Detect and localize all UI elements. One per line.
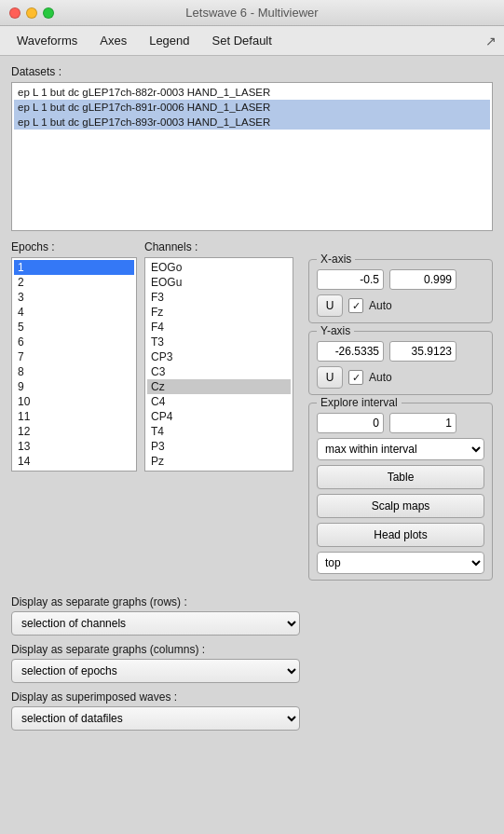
epoch-item-4[interactable]: 5 bbox=[14, 320, 134, 335]
yaxis-max-input[interactable] bbox=[389, 341, 456, 362]
display-columns-label: Display as separate graphs (columns) : bbox=[11, 643, 493, 656]
channel-item-4[interactable]: F4 bbox=[147, 320, 291, 335]
menu-legend[interactable]: Legend bbox=[140, 31, 198, 50]
position-select[interactable]: top bottom left right bbox=[317, 552, 484, 574]
epoch-item-2[interactable]: 3 bbox=[14, 290, 134, 305]
xaxis-inputs-row bbox=[317, 269, 484, 290]
xaxis-group: X-axis U ✓ Auto bbox=[308, 259, 493, 323]
channel-item-3[interactable]: Fz bbox=[147, 305, 291, 320]
datasets-label: Datasets : bbox=[11, 65, 493, 78]
epoch-item-8[interactable]: 9 bbox=[14, 379, 134, 394]
close-button[interactable] bbox=[9, 7, 20, 19]
channel-item-2[interactable]: F3 bbox=[147, 290, 291, 305]
xaxis-max-input[interactable] bbox=[389, 269, 456, 290]
datasets-section: Datasets : ep L 1 but dc gLEP17ch-882r-0… bbox=[11, 65, 493, 231]
dropdowns-section: Display as separate graphs (rows) : sele… bbox=[11, 595, 493, 731]
display-waves-select[interactable]: selection of datafiles selection of chan… bbox=[11, 706, 300, 731]
channel-item-6[interactable]: CP3 bbox=[147, 349, 291, 364]
explore-max-input[interactable] bbox=[389, 413, 456, 433]
yaxis-u-button[interactable]: U bbox=[317, 366, 343, 389]
yaxis-group-wrapper: Y-axis U ✓ Auto bbox=[308, 331, 493, 395]
head-plots-button[interactable]: Head plots bbox=[317, 523, 484, 547]
epoch-item-9[interactable]: 10 bbox=[14, 394, 134, 409]
maximize-button[interactable] bbox=[43, 7, 54, 19]
window-controls bbox=[9, 7, 54, 19]
dataset-item-2[interactable]: ep L 1 but dc gLEP17ch-893r-0003 HAND_1_… bbox=[14, 115, 490, 130]
channels-label: Channels : bbox=[144, 240, 293, 253]
menu-waveforms[interactable]: Waveforms bbox=[7, 31, 87, 50]
display-columns-select[interactable]: selection of epochs selection of channel… bbox=[11, 659, 300, 683]
yaxis-group: Y-axis U ✓ Auto bbox=[308, 331, 493, 395]
epoch-item-3[interactable]: 4 bbox=[14, 305, 134, 320]
menu-arrow: ↗ bbox=[485, 34, 497, 48]
right-panel: X-axis U ✓ Auto Y-axis bbox=[301, 240, 493, 586]
epochs-list[interactable]: 1 2 3 4 5 6 7 8 9 10 11 12 13 14 15 16 1… bbox=[11, 257, 137, 472]
yaxis-auto-row: U ✓ Auto bbox=[317, 366, 484, 389]
minimize-button[interactable] bbox=[26, 7, 37, 19]
channel-item-1[interactable]: EOGu bbox=[147, 275, 291, 290]
explore-interval-label: Explore interval bbox=[317, 396, 402, 409]
xaxis-u-button[interactable]: U bbox=[317, 294, 343, 317]
channel-item-11[interactable]: T4 bbox=[147, 424, 291, 439]
lists-row: Epochs : 1 2 3 4 5 6 7 8 9 10 11 12 13 1… bbox=[11, 240, 493, 586]
epochs-section: Epochs : 1 2 3 4 5 6 7 8 9 10 11 12 13 1… bbox=[11, 240, 137, 586]
window-title: Letswave 6 - Multiviewer bbox=[185, 6, 318, 20]
xaxis-auto-label: Auto bbox=[369, 299, 392, 312]
yaxis-auto-checkbox[interactable]: ✓ bbox=[348, 370, 363, 385]
epochs-label: Epochs : bbox=[11, 240, 137, 253]
channel-item-7[interactable]: C3 bbox=[147, 364, 291, 379]
yaxis-auto-label: Auto bbox=[369, 371, 392, 384]
channel-item-8[interactable]: Cz bbox=[147, 379, 291, 394]
channels-section: Channels : EOGo EOGu F3 Fz F4 T3 CP3 C3 … bbox=[144, 240, 293, 586]
table-button[interactable]: Table bbox=[317, 465, 484, 489]
scalp-maps-button[interactable]: Scalp maps bbox=[317, 494, 484, 518]
display-rows-label: Display as separate graphs (rows) : bbox=[11, 595, 493, 608]
explore-interval-inputs-row bbox=[317, 413, 484, 433]
channel-item-5[interactable]: T3 bbox=[147, 335, 291, 349]
channel-item-12[interactable]: P3 bbox=[147, 439, 291, 454]
explore-min-input[interactable] bbox=[317, 413, 384, 433]
xaxis-min-input[interactable] bbox=[317, 269, 384, 290]
yaxis-inputs-row bbox=[317, 341, 484, 362]
epoch-item-5[interactable]: 6 bbox=[14, 335, 134, 349]
xaxis-label: X-axis bbox=[317, 253, 355, 266]
main-content: Datasets : ep L 1 but dc gLEP17ch-882r-0… bbox=[0, 56, 504, 747]
epoch-item-6[interactable]: 7 bbox=[14, 349, 134, 364]
yaxis-min-input[interactable] bbox=[317, 341, 384, 362]
channel-item-0[interactable]: EOGo bbox=[147, 260, 291, 275]
channel-item-9[interactable]: C4 bbox=[147, 394, 291, 409]
dataset-item-0[interactable]: ep L 1 but dc gLEP17ch-882r-0003 HAND_1_… bbox=[14, 85, 490, 100]
xaxis-auto-row: U ✓ Auto bbox=[317, 294, 484, 317]
epoch-item-0[interactable]: 1 bbox=[14, 260, 134, 275]
title-bar: Letswave 6 - Multiviewer bbox=[0, 0, 504, 26]
xaxis-group-wrapper: X-axis U ✓ Auto bbox=[308, 259, 493, 323]
epoch-item-14[interactable]: 15 bbox=[14, 469, 134, 472]
display-rows-group: Display as separate graphs (rows) : sele… bbox=[11, 595, 493, 636]
channel-item-14[interactable]: P4 bbox=[147, 469, 291, 472]
datasets-list[interactable]: ep L 1 but dc gLEP17ch-882r-0003 HAND_1_… bbox=[11, 82, 493, 231]
yaxis-label: Y-axis bbox=[317, 324, 354, 337]
display-waves-label: Display as superimposed waves : bbox=[11, 690, 493, 704]
epoch-item-10[interactable]: 11 bbox=[14, 409, 134, 424]
menu-set-default[interactable]: Set Default bbox=[203, 31, 281, 50]
epoch-item-1[interactable]: 2 bbox=[14, 275, 134, 290]
channel-item-10[interactable]: CP4 bbox=[147, 409, 291, 424]
xaxis-auto-checkbox[interactable]: ✓ bbox=[348, 298, 363, 313]
menu-bar: Waveforms Axes Legend Set Default ↗ bbox=[0, 26, 504, 56]
display-rows-select[interactable]: selection of channels selection of epoch… bbox=[11, 611, 300, 636]
epoch-item-11[interactable]: 12 bbox=[14, 424, 134, 439]
display-waves-group: Display as superimposed waves : selectio… bbox=[11, 690, 493, 731]
channel-item-13[interactable]: Pz bbox=[147, 454, 291, 469]
channels-list[interactable]: EOGo EOGu F3 Fz F4 T3 CP3 C3 Cz C4 CP4 T… bbox=[144, 257, 293, 472]
menu-axes[interactable]: Axes bbox=[90, 31, 136, 50]
epoch-item-13[interactable]: 14 bbox=[14, 454, 134, 469]
explore-interval-select[interactable]: max within interval min within interval … bbox=[317, 438, 484, 460]
dataset-item-1[interactable]: ep L 1 but dc gLEP17ch-891r-0006 HAND_1_… bbox=[14, 100, 490, 115]
epoch-item-12[interactable]: 13 bbox=[14, 439, 134, 454]
explore-interval-group: Explore interval max within interval min… bbox=[308, 403, 493, 581]
epoch-item-7[interactable]: 8 bbox=[14, 364, 134, 379]
display-columns-group: Display as separate graphs (columns) : s… bbox=[11, 643, 493, 683]
